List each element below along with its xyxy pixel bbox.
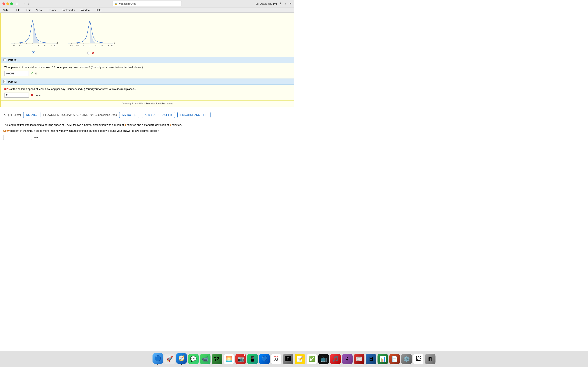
url-bar[interactable]: 🔒 webassign.net [112,1,182,7]
revert-link[interactable]: Revert to Last Response [146,102,173,105]
svg-text:6: 6 [44,44,45,47]
part-e-unit: hours [35,94,42,97]
part-d-header: − Part (d) [1,57,294,63]
titlebar-center: 🔒 webassign.net [112,1,182,7]
part-e-question: 80% of the children spend at least how l… [4,87,291,91]
bell-chart-left: −4 −2 0 2 4 6 8 10 X [9,17,58,49]
part-d-collapse[interactable]: − [3,58,6,61]
chart-left-radio[interactable] [32,51,35,54]
my-notes-button[interactable]: MY NOTES [119,112,139,118]
menu-edit[interactable]: Edit [25,8,32,12]
q7-answer-input[interactable] [3,135,32,140]
q7-answer-row: min [3,135,291,140]
chart-left-radio-row [32,51,35,54]
practice-another-button[interactable]: PRACTICE ANOTHER [177,112,210,118]
new-tab-icon[interactable]: ＋ [284,2,287,6]
part-d-unit: % [35,72,37,75]
assignment-id: ILLOWSKYINTROSTAT1 6.2.072.HW. [43,113,88,117]
svg-text:X: X [113,42,115,44]
svg-text:−2: −2 [76,44,79,47]
menu-help[interactable]: Help [95,8,103,12]
close-button[interactable] [2,2,5,5]
chart-right-radio[interactable] [87,52,90,54]
sidebar-toggle[interactable]: ⊞ [15,1,20,6]
part-d-body: What percent of the children spend over … [1,63,294,78]
minimize-button[interactable] [6,2,9,5]
chart-right-radio-row: ✕ [87,51,94,55]
part-e-body: 80% of the children spend at least how l… [1,85,294,100]
svg-text:4: 4 [95,44,96,47]
saved-work-text: Viewing Saved Work [122,102,145,105]
share-icon[interactable]: ⬆ [279,2,281,6]
svg-text:−4: −4 [70,44,73,47]
part-d-label: Part (d) [8,58,17,61]
titlebar-left: ⊞ ‹ › [2,1,31,6]
tabs-icon[interactable]: ⊟ [290,2,292,6]
part-e-collapse[interactable]: − [3,80,6,83]
svg-text:2: 2 [32,44,33,47]
part-d-check-icon: ✓ [30,72,33,75]
menu-file[interactable]: File [15,8,21,12]
svg-text:8: 8 [51,44,52,47]
menubar: Safari File Edit View History Bookmarks … [0,8,294,13]
menu-bookmarks[interactable]: Bookmarks [61,8,76,12]
lock-icon: 🔒 [114,2,117,5]
chart-right-cross: ✕ [92,51,94,55]
datetime-label: Sat Oct 23 4:51 PM [255,2,277,5]
question-7-points: [-/4 Points] [8,113,21,117]
question-7-text: The length of time it takes to find a pa… [3,123,291,127]
submissions-used: 0/5 Submissions Used [90,113,117,117]
part-e-question-text: of the children spend at least how long … [9,87,136,91]
q7-question-text: percent of the time, it takes more than … [9,129,159,132]
part-d-section: − Part (d) What percent of the children … [1,57,294,79]
q7-unit: min [34,135,38,140]
forward-button[interactable]: › [27,1,31,6]
bell-chart-right: −4 −2 0 2 4 6 8 10 X [66,17,115,49]
menu-history[interactable]: History [46,8,57,12]
q7-mean: 4 [125,123,126,126]
titlebar-icons: ⬆ ＋ ⊟ [279,2,292,6]
part-e-section: − Part (e) 80% of the children spend at … [1,79,294,100]
titlebar-right: Sat Oct 23 4:51 PM ⬆ ＋ ⊟ [255,2,292,6]
part-d-input[interactable]: 0.0051 [4,71,29,76]
question-7-section: 7. [-/4 Points] DETAILS ILLOWSKYINTROSTA… [0,110,294,143]
menu-window[interactable]: Window [79,8,91,12]
ask-teacher-button[interactable]: ASK YOUR TEACHER [142,112,175,118]
q7-text1: The length of time it takes to find a pa… [3,123,124,126]
url-text: webassign.net [119,2,136,5]
part-e-percentage: 80% [4,87,9,91]
details-button[interactable]: DETAILS [23,112,41,118]
svg-text:6: 6 [102,44,103,47]
svg-text:X: X [56,42,58,44]
yellow-section: −4 −2 0 2 4 6 8 10 X [0,13,294,107]
titlebar: ⊞ ‹ › 🔒 webassign.net Sat Oct 23 4:51 PM… [0,0,294,8]
svg-text:−4: −4 [13,44,16,47]
main-content: −4 −2 0 2 4 6 8 10 X [0,13,294,143]
menu-safari[interactable]: Safari [2,8,11,12]
q7-text2: minutes and a standard deviation of [127,123,169,126]
svg-text:2: 2 [89,44,90,47]
question-7-subtext: Sixty percent of the time, it takes more… [3,129,291,133]
nav-arrows: ‹ › [23,1,31,6]
part-e-input[interactable]: 2 [4,92,29,98]
charts-area: −4 −2 0 2 4 6 8 10 X [1,15,294,57]
question-7-header: 7. [-/4 Points] DETAILS ILLOWSKYINTROSTA… [0,110,294,120]
part-e-answer-row: 2 ✕ hours [4,92,291,98]
chart-right-container: −4 −2 0 2 4 6 8 10 X [66,17,115,55]
part-d-answer-row: 0.0051 ✓ % [4,71,291,76]
menu-view[interactable]: View [35,8,43,12]
svg-text:8: 8 [108,44,109,47]
part-e-label: Part (e) [8,80,17,83]
chart-left-container: −4 −2 0 2 4 6 8 10 X [9,17,58,55]
back-button[interactable]: ‹ [23,1,26,6]
svg-text:0: 0 [26,44,27,47]
saved-work-bar: Viewing Saved Work Revert to Last Respon… [1,100,294,107]
q7-std: 3 [169,123,171,126]
svg-text:10: 10 [54,44,56,47]
maximize-button[interactable] [10,2,13,5]
question-7-body: The length of time it takes to find a pa… [0,120,294,143]
svg-text:0: 0 [83,44,84,47]
q7-text3: minutes. [172,123,182,126]
part-e-header: − Part (e) [1,79,294,85]
traffic-lights [2,2,13,5]
